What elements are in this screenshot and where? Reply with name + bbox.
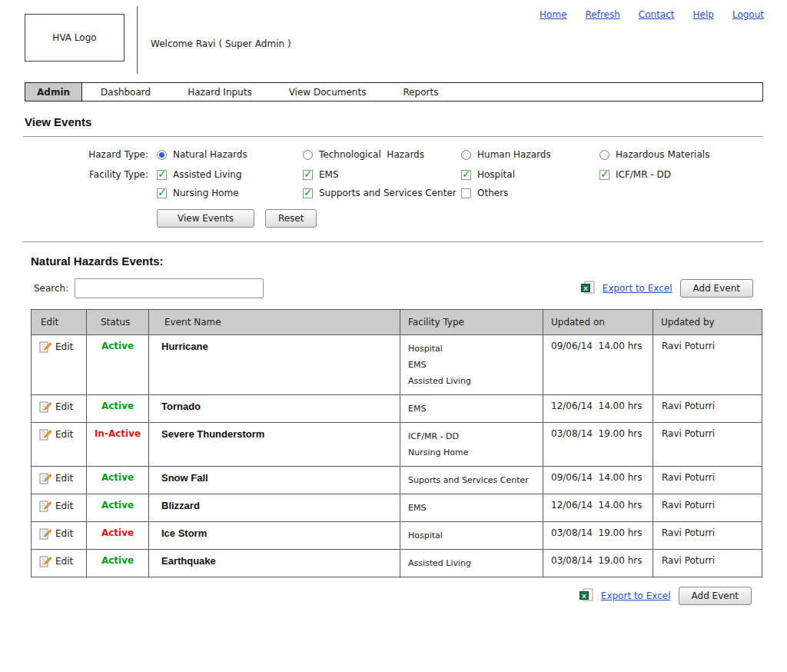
- checkbox-icon[interactable]: [461, 188, 471, 198]
- status-badge: In-Active: [95, 428, 141, 439]
- checkbox-option-nursing-home[interactable]: Nursing Home: [157, 188, 303, 198]
- logout-link[interactable]: Logout: [732, 9, 764, 20]
- radio-icon[interactable]: [157, 150, 167, 160]
- checkbox-icon[interactable]: [599, 170, 609, 180]
- table-row: Edit Active Tornado EMS 12/06/14 14.00 h…: [32, 395, 762, 423]
- checkbox-icon[interactable]: [303, 188, 313, 198]
- facility-type-row-2: Nursing Home Supports and Services Cente…: [0, 188, 787, 198]
- hazard-type-label: Hazard Type:: [0, 149, 157, 160]
- column-header-updated-on: Updated on: [543, 310, 653, 335]
- checkbox-icon[interactable]: [461, 170, 471, 180]
- status-badge: Active: [101, 527, 134, 538]
- edit-icon: [39, 341, 51, 353]
- facility-type-options-1: Assisted Living EMS Hospital ICF/MR - DD: [157, 169, 671, 180]
- table-row: Edit Active Earthquake Assisted Living 0…: [32, 550, 762, 577]
- table-row: Edit In-Active Severe Thunderstorm ICF/M…: [32, 423, 762, 467]
- excel-icon[interactable]: X: [579, 588, 593, 604]
- filter-buttons: View Events Reset: [157, 209, 787, 228]
- excel-icon[interactable]: X: [581, 281, 595, 297]
- top-actions: X Export to Excel Add Event: [581, 279, 753, 298]
- home-link[interactable]: Home: [540, 9, 566, 20]
- export-to-excel-link[interactable]: Export to Excel: [603, 283, 672, 294]
- radio-option-human-hazards[interactable]: Human Hazards: [461, 149, 599, 160]
- checkbox-icon[interactable]: [157, 170, 167, 180]
- edit-button[interactable]: Edit: [39, 341, 73, 353]
- header-divider: [137, 6, 138, 74]
- nav-tab-hazard-inputs[interactable]: Hazard Inputs: [169, 83, 271, 101]
- view-events-button[interactable]: View Events: [157, 209, 254, 228]
- facility-type-cell: EMS: [400, 494, 543, 522]
- add-event-button[interactable]: Add Event: [680, 279, 753, 298]
- checkbox-option-supports-services-center[interactable]: Supports and Services Center: [303, 188, 461, 198]
- checkbox-icon[interactable]: [303, 170, 313, 180]
- status-badge: Active: [101, 555, 134, 566]
- facility-type-row-1: Facility Type: Assisted Living EMS Hospi…: [0, 169, 787, 180]
- edit-button[interactable]: Edit: [39, 500, 73, 512]
- radio-icon[interactable]: [599, 150, 609, 160]
- updated-by-cell: Ravi Poturri: [653, 550, 762, 577]
- edit-icon: [39, 472, 51, 484]
- checkbox-option-others[interactable]: Others: [461, 188, 599, 198]
- edit-icon: [39, 555, 51, 567]
- welcome-text: Welcome Ravi ( Super Admin ): [151, 38, 291, 49]
- nav-tab-reports[interactable]: Reports: [384, 83, 457, 101]
- hazard-type-options: Natural Hazards Technological Hazards Hu…: [157, 149, 709, 160]
- contact-link[interactable]: Contact: [639, 9, 675, 20]
- edit-icon: [39, 527, 51, 540]
- facility-type-cell: Assisted Living: [400, 550, 543, 577]
- event-name: Hurricane: [161, 341, 208, 352]
- checkbox-icon[interactable]: [157, 188, 167, 198]
- nav-tab-dashboard[interactable]: Dashboard: [82, 83, 169, 101]
- table-header-row: Edit Status Event Name Facility Type Upd…: [32, 310, 762, 335]
- edit-button[interactable]: Edit: [39, 401, 73, 413]
- search-label: Search:: [34, 283, 68, 294]
- facility-type-cell: Hospital: [400, 522, 543, 550]
- event-name: Blizzard: [161, 500, 200, 511]
- event-name: Snow Fall: [161, 472, 208, 484]
- radio-icon[interactable]: [303, 150, 313, 160]
- radio-option-natural-hazards[interactable]: Natural Hazards: [157, 149, 303, 160]
- table-row: Edit Active Snow Fall Suports and Servic…: [32, 467, 762, 494]
- reset-button[interactable]: Reset: [265, 209, 317, 228]
- checkbox-option-ems[interactable]: EMS: [303, 169, 461, 180]
- updated-by-cell: Ravi Poturri: [653, 423, 762, 467]
- search-input[interactable]: [75, 278, 264, 298]
- filters-panel: Hazard Type: Natural Hazards Technologic…: [0, 149, 787, 228]
- add-event-button[interactable]: Add Event: [679, 587, 752, 605]
- updated-on-cell: 03/08/14 19.00 hrs: [543, 423, 653, 467]
- status-badge: Active: [101, 341, 134, 351]
- edit-icon: [39, 401, 51, 413]
- bottom-actions: X Export to Excel Add Event: [0, 587, 752, 605]
- refresh-link[interactable]: Refresh: [586, 9, 620, 20]
- event-name: Ice Storm: [161, 527, 207, 539]
- help-link[interactable]: Help: [693, 9, 714, 20]
- column-header-status: Status: [87, 310, 149, 335]
- edit-button[interactable]: Edit: [39, 472, 73, 484]
- checkbox-option-hospital[interactable]: Hospital: [461, 169, 599, 180]
- top-links: Home Refresh Contact Help Logout: [540, 9, 764, 20]
- facility-type-cell: EMS: [400, 395, 543, 423]
- logo-box: HVA Logo: [25, 14, 125, 62]
- column-header-facility-type: Facility Type: [400, 310, 543, 335]
- updated-by-cell: Ravi Poturri: [653, 467, 762, 494]
- edit-button[interactable]: Edit: [39, 555, 73, 567]
- table-row: Edit Active Blizzard EMS 12/06/14 14.00 …: [32, 494, 762, 522]
- nav-tab-admin[interactable]: Admin: [25, 83, 82, 101]
- radio-icon[interactable]: [461, 150, 471, 160]
- facility-type-options-2: Nursing Home Supports and Services Cente…: [157, 188, 599, 198]
- updated-on-cell: 03/08/14 19.00 hrs: [543, 550, 653, 577]
- export-to-excel-link[interactable]: Export to Excel: [601, 590, 671, 601]
- page-title: View Events: [25, 115, 787, 128]
- radio-option-hazardous-materials[interactable]: Hazardous Materials: [599, 149, 709, 160]
- updated-on-cell: 09/06/14 14.00 hrs: [543, 467, 653, 494]
- checkbox-option-icf-mr-dd[interactable]: ICF/MR - DD: [599, 169, 671, 180]
- updated-on-cell: 12/06/14 14.00 hrs: [543, 494, 653, 522]
- updated-on-cell: 09/06/14 14.00 hrs: [543, 335, 653, 395]
- edit-button[interactable]: Edit: [39, 428, 73, 441]
- radio-option-technological-hazards[interactable]: Technological Hazards: [303, 149, 461, 160]
- status-badge: Active: [101, 472, 134, 483]
- edit-button[interactable]: Edit: [39, 527, 73, 540]
- svg-text:X: X: [582, 592, 586, 599]
- checkbox-option-assisted-living[interactable]: Assisted Living: [157, 169, 303, 180]
- nav-tab-view-documents[interactable]: View Documents: [271, 83, 385, 101]
